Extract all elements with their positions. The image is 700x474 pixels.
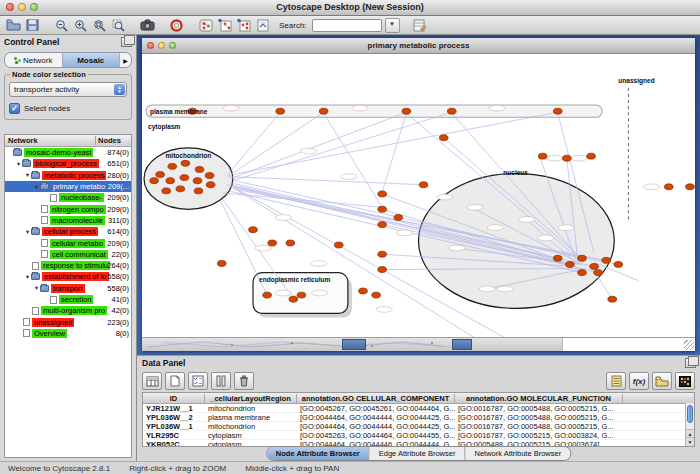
float-panel-icon[interactable] bbox=[121, 37, 132, 47]
expander-icon[interactable]: ▼ bbox=[15, 161, 22, 167]
network-tree-row[interactable]: response to stimulu 264(0) bbox=[5, 260, 131, 271]
tab-overflow-arrow-icon[interactable]: ▶ bbox=[120, 53, 131, 67]
network-view-window[interactable]: primary metabolic process bbox=[142, 38, 695, 351]
view-minimize-icon[interactable] bbox=[158, 42, 165, 49]
zoom-fit-content-icon[interactable] bbox=[91, 18, 108, 33]
network-tree-row[interactable]: cellular metabo 209(0) bbox=[5, 237, 131, 248]
tab-mosaic[interactable]: Mosaic bbox=[63, 53, 121, 67]
view-close-icon[interactable] bbox=[147, 42, 154, 49]
expander-icon[interactable]: ▼ bbox=[24, 274, 31, 280]
tree-row-node-count: 651(0) bbox=[107, 159, 129, 168]
col-molecular-function[interactable]: annotation.GO MOLECULAR_FUNCTION bbox=[455, 394, 623, 403]
network-tree-row[interactable]: Overview 8(0) bbox=[5, 328, 131, 339]
network-tree-row[interactable]: nitrogen compo 209(0) bbox=[5, 203, 131, 214]
table-scrollbar[interactable]: ▲ ▼ bbox=[685, 403, 694, 446]
network-canvas[interactable]: plasma membrane cytoplasm mitochondrion … bbox=[142, 54, 695, 338]
save-session-icon[interactable] bbox=[24, 18, 41, 33]
background-window-strip[interactable] bbox=[142, 337, 695, 351]
folder-icon bbox=[22, 160, 31, 167]
col-cellular-component[interactable]: annotation.GO CELLULAR_COMPONENT bbox=[297, 394, 455, 403]
col-id[interactable]: ID bbox=[143, 394, 205, 403]
close-window-icon[interactable] bbox=[6, 3, 14, 11]
expander-icon[interactable]: ▼ bbox=[24, 229, 31, 235]
attribute-table-header[interactable]: ID _cellularLayoutRegion annotation.GO C… bbox=[143, 393, 694, 404]
formula-fx-icon[interactable]: f(x) bbox=[629, 372, 649, 390]
help-lifering-icon[interactable] bbox=[168, 18, 185, 33]
network-tree-row[interactable]: ▼ biological_process 651(0) bbox=[5, 158, 131, 169]
vizmapper-icon[interactable] bbox=[254, 18, 271, 33]
expander-icon[interactable]: ▼ bbox=[33, 184, 40, 190]
search-settings-icon[interactable] bbox=[412, 18, 429, 33]
network-tree-row[interactable]: unassigned 223(0) bbox=[5, 316, 131, 327]
network-nodes[interactable] bbox=[150, 108, 695, 302]
tree-row-node-count: 264(0) bbox=[107, 261, 129, 270]
network-tree-row[interactable]: ▼ transport 558(0) bbox=[5, 283, 131, 294]
network-tree-row[interactable]: multi-organism pro 42(0) bbox=[5, 305, 131, 316]
tree-row-node-count: 558(0) bbox=[107, 272, 129, 281]
notes-icon[interactable] bbox=[606, 372, 626, 390]
network-tree-row[interactable]: cell communicat 22(0) bbox=[5, 249, 131, 260]
tree-row-label: cellular metabo bbox=[50, 239, 105, 248]
node-color-selection-group: Node color selection transporter activit… bbox=[4, 74, 132, 120]
network-view-titlebar[interactable]: primary metabolic process bbox=[142, 38, 695, 54]
search-dropdown-icon[interactable]: ▼ bbox=[385, 18, 400, 33]
tab-mosaic-label: Mosaic bbox=[77, 56, 104, 65]
create-attribute-icon[interactable] bbox=[165, 372, 185, 390]
attribute-grid-icon[interactable] bbox=[142, 372, 162, 390]
expander-icon[interactable]: ▼ bbox=[24, 172, 31, 178]
network-tree-rows: mosaic-demo-yeast 874(0) ▼ biological_pr… bbox=[5, 147, 131, 339]
tree-row-node-count: 614(0) bbox=[107, 227, 129, 236]
import-attributes-icon[interactable] bbox=[652, 372, 672, 390]
tab-network-attribute-browser[interactable]: Network Attribute Browser bbox=[465, 447, 570, 460]
attribute-matrix-icon[interactable] bbox=[675, 372, 695, 390]
network-tree-row[interactable]: ▼ establishment of lo 558(0) bbox=[5, 271, 131, 282]
nucleus-label: nucleus bbox=[503, 169, 528, 176]
attribute-columns-icon[interactable] bbox=[211, 372, 231, 390]
resize-grip-icon[interactable] bbox=[684, 340, 694, 350]
folder-icon bbox=[40, 183, 49, 190]
scroll-down-icon[interactable]: ▼ bbox=[686, 437, 694, 446]
app-titlebar[interactable]: Cytoscape Desktop (New Session) bbox=[0, 0, 700, 16]
attribute-table[interactable]: ID _cellularLayoutRegion annotation.GO C… bbox=[142, 392, 695, 447]
search-input[interactable] bbox=[312, 19, 382, 32]
network-tree-row[interactable]: nucleobase- 209(0) bbox=[5, 192, 131, 203]
folder-icon bbox=[31, 273, 40, 280]
apply-layout-a-icon[interactable] bbox=[216, 18, 233, 33]
tab-edge-attribute-browser[interactable]: Edge Attribute Browser bbox=[370, 447, 466, 460]
delete-attribute-icon[interactable] bbox=[234, 372, 254, 390]
scrollbar-thumb[interactable] bbox=[687, 405, 693, 423]
open-file-icon[interactable] bbox=[5, 18, 22, 33]
node-color-dropdown[interactable]: transporter activity ▲▼ bbox=[9, 82, 127, 97]
float-data-panel-icon[interactable] bbox=[685, 358, 696, 368]
network-tree-row[interactable]: ▼ primary metabo 209(... bbox=[5, 181, 131, 192]
network-tree-row[interactable]: ▼ metabolic process 280(0) bbox=[5, 170, 131, 181]
tab-node-attribute-browser[interactable]: Node Attribute Browser bbox=[267, 447, 370, 460]
data-panel-toolbar: f(x) bbox=[142, 372, 695, 390]
file-icon bbox=[41, 216, 48, 224]
tree-column-network: Network bbox=[5, 136, 95, 145]
zoom-in-icon[interactable] bbox=[72, 18, 89, 33]
zoom-selected-region-icon[interactable] bbox=[110, 18, 127, 33]
minimize-window-icon[interactable] bbox=[18, 3, 26, 11]
network-tree-row[interactable]: ▼ cellular process 614(0) bbox=[5, 226, 131, 237]
tab-network[interactable]: Network bbox=[5, 53, 63, 67]
zoom-out-icon[interactable] bbox=[53, 18, 70, 33]
file-icon bbox=[32, 307, 39, 315]
zoom-window-icon[interactable] bbox=[30, 3, 38, 11]
snapshot-camera-icon[interactable] bbox=[139, 18, 156, 33]
select-attributes-icon[interactable] bbox=[188, 372, 208, 390]
network-tree-row[interactable]: macromolecule 311(0) bbox=[5, 215, 131, 226]
attribute-table-rows: YJR121W__1 mitochondrion [GO:0045267, GO… bbox=[143, 404, 694, 447]
apply-layout-b-icon[interactable] bbox=[235, 18, 252, 33]
view-zoom-icon[interactable] bbox=[169, 42, 176, 49]
col-layout-region[interactable]: _cellularLayoutRegion bbox=[205, 394, 297, 403]
annotation-network-icon[interactable] bbox=[197, 18, 214, 33]
network-tree-row[interactable]: mosaic-demo-yeast 874(0) bbox=[5, 147, 131, 158]
select-nodes-checkbox[interactable]: ✓ bbox=[9, 103, 20, 114]
folder-icon bbox=[13, 149, 22, 156]
expander-icon[interactable]: ▼ bbox=[33, 285, 40, 291]
endoplasmic-reticulum-label: endoplasmic reticulum bbox=[259, 276, 330, 284]
tree-row-label: Overview bbox=[32, 329, 67, 338]
network-tree-row[interactable]: secretion 41(0) bbox=[5, 294, 131, 305]
status-pan-hint: Middle-click + drag to PAN bbox=[245, 464, 339, 473]
